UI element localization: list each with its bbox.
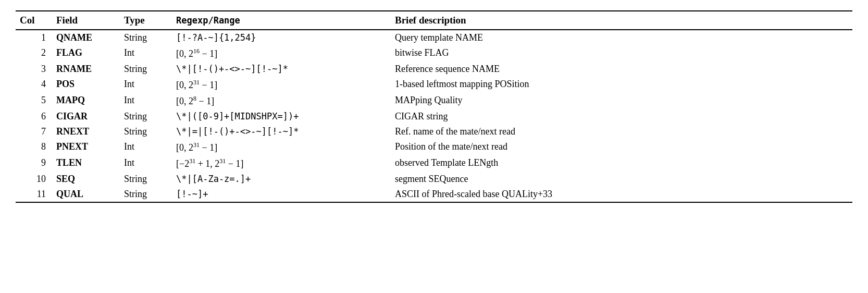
cell-type: Int xyxy=(120,93,172,109)
cell-field: POS xyxy=(52,77,120,93)
cell-regexp: [!-?A-~]{1,254} xyxy=(172,30,391,45)
cell-desc: 1-based leftmost mapping POSition xyxy=(391,77,852,93)
cell-regexp: \*|([0-9]+[MIDNSHPX=])+ xyxy=(172,109,391,124)
cell-regexp: \*|[A-Za-z=.]+ xyxy=(172,172,391,187)
cell-desc: ASCII of Phred-scaled base QUALity+33 xyxy=(391,187,852,202)
cell-desc: Reference sequence NAME xyxy=(391,62,852,77)
table-header-row: Col Field Type Regexp/Range Brief descri… xyxy=(16,11,852,30)
cell-type: String xyxy=(120,109,172,124)
cell-type: Int xyxy=(120,139,172,155)
cell-col: 11 xyxy=(16,187,52,202)
cell-regexp: [!-~]+ xyxy=(172,187,391,202)
cell-field: MAPQ xyxy=(52,93,120,109)
cell-field: SEQ xyxy=(52,172,120,187)
cell-desc: Ref. name of the mate/next read xyxy=(391,124,852,139)
table-row: 10SEQString\*|[A-Za-z=.]+segment SEQuenc… xyxy=(16,172,852,187)
cell-type: String xyxy=(120,30,172,45)
cell-col: 2 xyxy=(16,45,52,62)
cell-field: CIGAR xyxy=(52,109,120,124)
header-field: Field xyxy=(52,11,120,30)
header-type: Type xyxy=(120,11,172,30)
table-row: 3RNAMEString\*|[!-()+-<>-~][!-~]*Referen… xyxy=(16,62,852,77)
cell-regexp: [−231 + 1, 231 − 1] xyxy=(172,155,391,172)
cell-regexp: [0, 231 − 1] xyxy=(172,139,391,155)
sam-format-table: Col Field Type Regexp/Range Brief descri… xyxy=(16,10,852,203)
cell-type: String xyxy=(120,172,172,187)
table-row: 11QUALString[!-~]+ASCII of Phred-scaled … xyxy=(16,187,852,202)
table-row: 1QNAMEString[!-?A-~]{1,254}Query templat… xyxy=(16,30,852,45)
table-row: 8PNEXTInt[0, 231 − 1]Position of the mat… xyxy=(16,139,852,155)
cell-col: 10 xyxy=(16,172,52,187)
cell-desc: segment SEQuence xyxy=(391,172,852,187)
cell-col: 3 xyxy=(16,62,52,77)
cell-desc: MAPping Quality xyxy=(391,93,852,109)
table-row: 9TLENInt[−231 + 1, 231 − 1]observed Temp… xyxy=(16,155,852,172)
cell-regexp: \*|[!-()+-<>-~][!-~]* xyxy=(172,62,391,77)
cell-desc: Position of the mate/next read xyxy=(391,139,852,155)
cell-regexp: [0, 231 − 1] xyxy=(172,77,391,93)
table-row: 2FLAGInt[0, 216 − 1]bitwise FLAG xyxy=(16,45,852,62)
table-row: 6CIGARString\*|([0-9]+[MIDNSHPX=])+CIGAR… xyxy=(16,109,852,124)
cell-regexp: [0, 28 − 1] xyxy=(172,93,391,109)
cell-type: String xyxy=(120,62,172,77)
cell-desc: bitwise FLAG xyxy=(391,45,852,62)
cell-col: 1 xyxy=(16,30,52,45)
cell-type: String xyxy=(120,187,172,202)
cell-col: 7 xyxy=(16,124,52,139)
header-col: Col xyxy=(16,11,52,30)
cell-type: Int xyxy=(120,155,172,172)
cell-col: 4 xyxy=(16,77,52,93)
cell-field: QNAME xyxy=(52,30,120,45)
cell-desc: observed Template LENgth xyxy=(391,155,852,172)
table-row: 7RNEXTString\*|=|[!-()+-<>-~][!-~]*Ref. … xyxy=(16,124,852,139)
cell-field: RNAME xyxy=(52,62,120,77)
cell-desc: CIGAR string xyxy=(391,109,852,124)
cell-field: FLAG xyxy=(52,45,120,62)
table-row: 4POSInt[0, 231 − 1]1-based leftmost mapp… xyxy=(16,77,852,93)
cell-col: 8 xyxy=(16,139,52,155)
table-row: 5MAPQInt[0, 28 − 1]MAPping Quality xyxy=(16,93,852,109)
cell-field: PNEXT xyxy=(52,139,120,155)
cell-field: RNEXT xyxy=(52,124,120,139)
cell-col: 9 xyxy=(16,155,52,172)
cell-col: 6 xyxy=(16,109,52,124)
cell-field: TLEN xyxy=(52,155,120,172)
header-regexp: Regexp/Range xyxy=(172,11,391,30)
cell-field: QUAL xyxy=(52,187,120,202)
cell-type: Int xyxy=(120,77,172,93)
cell-regexp: \*|=|[!-()+-<>-~][!-~]* xyxy=(172,124,391,139)
header-desc: Brief description xyxy=(391,11,852,30)
cell-type: String xyxy=(120,124,172,139)
cell-desc: Query template NAME xyxy=(391,30,852,45)
cell-regexp: [0, 216 − 1] xyxy=(172,45,391,62)
cell-type: Int xyxy=(120,45,172,62)
cell-col: 5 xyxy=(16,93,52,109)
